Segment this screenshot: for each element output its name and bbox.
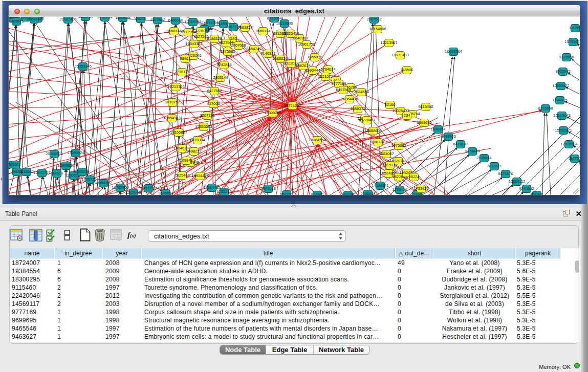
svg-text:6794024: 6794024	[320, 67, 335, 72]
svg-text:1232344: 1232344	[216, 189, 231, 194]
svg-text:16543382: 16543382	[185, 41, 202, 46]
svg-text:9245652: 9245652	[158, 191, 173, 195]
svg-text:18640910: 18640910	[291, 36, 308, 40]
svg-text:18807249: 18807249	[369, 140, 386, 144]
svg-text:95061: 95061	[10, 162, 21, 167]
svg-text:9245652: 9245652	[519, 186, 534, 191]
svg-text:9130264: 9130264	[97, 17, 112, 19]
svg-text:7986372: 7986372	[350, 106, 365, 111]
svg-text:1861734: 1861734	[78, 17, 93, 19]
svg-text:3024554: 3024554	[354, 90, 368, 94]
svg-text:3267130: 3267130	[200, 113, 214, 118]
svg-text:3875685: 3875685	[220, 49, 235, 54]
svg-text:15276: 15276	[136, 17, 146, 21]
svg-text:1115682: 1115682	[19, 169, 34, 174]
svg-text:15720407: 15720407	[358, 118, 375, 122]
svg-text:748500: 748500	[400, 68, 413, 72]
svg-text:12093822: 12093822	[552, 83, 569, 88]
svg-text:1588520: 1588520	[272, 56, 287, 61]
svg-text:19218506: 19218506	[276, 21, 293, 26]
svg-text:5905135: 5905135	[74, 169, 89, 174]
svg-text:1975692: 1975692	[391, 143, 406, 148]
svg-text:19384554: 19384554	[309, 138, 325, 142]
svg-text:8215958: 8215958	[538, 106, 553, 111]
svg-text:13226058: 13226058	[192, 29, 209, 33]
svg-text:3498222: 3498222	[186, 149, 201, 154]
svg-text:9329966: 9329966	[559, 55, 574, 59]
svg-text:19654943: 19654943	[163, 116, 180, 120]
svg-text:1010752: 1010752	[165, 100, 180, 104]
svg-text:1733426: 1733426	[413, 186, 428, 191]
svg-text:62160: 62160	[385, 102, 396, 107]
svg-text:8813054: 8813054	[267, 17, 281, 20]
svg-text:25224: 25224	[409, 174, 420, 179]
svg-text:16210643: 16210643	[553, 113, 570, 118]
svg-text:1615132: 1615132	[382, 163, 397, 167]
svg-text:10654112: 10654112	[509, 179, 526, 184]
svg-text:10973493: 10973493	[391, 53, 408, 57]
svg-text:12213967: 12213967	[380, 40, 397, 45]
svg-text:8427552: 8427552	[207, 89, 222, 93]
svg-text:10719155: 10719155	[184, 19, 201, 24]
svg-text:1405571: 1405571	[9, 19, 24, 24]
svg-text:19166827: 19166827	[170, 130, 187, 135]
svg-text:7663822: 7663822	[237, 25, 252, 30]
svg-text:114519: 114519	[51, 171, 63, 176]
svg-text:6497568: 6497568	[336, 87, 351, 92]
svg-text:20206505: 20206505	[46, 151, 62, 156]
svg-text:10975857: 10975857	[57, 163, 74, 168]
svg-text:14136141: 14136141	[372, 183, 388, 188]
svg-text:2803144: 2803144	[213, 75, 228, 80]
svg-text:2136443: 2136443	[360, 191, 375, 195]
svg-text:824562: 824562	[311, 192, 323, 195]
svg-text:9457791: 9457791	[141, 186, 156, 190]
svg-text:6479197: 6479197	[453, 142, 468, 146]
svg-text:7625402: 7625402	[175, 173, 189, 178]
svg-text:20691406: 20691406	[59, 17, 76, 21]
svg-text:12942757: 12942757	[33, 170, 50, 175]
svg-text:1571648: 1571648	[260, 186, 275, 191]
svg-text:9146821: 9146821	[260, 51, 275, 56]
svg-text:9660124: 9660124	[255, 29, 270, 33]
svg-text:6899695: 6899695	[417, 120, 431, 125]
svg-text:9115460: 9115460	[419, 104, 433, 109]
svg-text:1527602: 1527602	[150, 17, 165, 22]
svg-text:15751074: 15751074	[564, 39, 580, 44]
svg-text:10958107: 10958107	[95, 181, 112, 185]
svg-text:9327505: 9327505	[193, 34, 208, 39]
svg-text:109948: 109948	[180, 158, 192, 163]
svg-text:1244415: 1244415	[552, 98, 567, 102]
svg-text:1362615: 1362615	[295, 63, 310, 68]
svg-text:2718126: 2718126	[175, 70, 189, 74]
svg-text:417006: 417006	[207, 101, 220, 106]
svg-text:234: 234	[404, 113, 410, 118]
svg-text:98961: 98961	[180, 56, 191, 61]
svg-text:957791: 957791	[280, 192, 293, 195]
svg-text:10688609: 10688609	[364, 128, 381, 133]
svg-text:26053346: 26053346	[74, 64, 91, 69]
svg-text:1733426: 1733426	[392, 187, 407, 192]
svg-text:111263: 111263	[569, 26, 580, 30]
svg-text:16914479: 16914479	[191, 173, 208, 178]
svg-text:924565: 924565	[530, 192, 543, 195]
svg-text:1053528: 1053528	[115, 17, 130, 20]
svg-text:9660124: 9660124	[166, 29, 181, 33]
svg-text:17359924: 17359924	[67, 150, 84, 155]
svg-text:15353593: 15353593	[195, 124, 212, 129]
svg-text:16782759: 16782759	[112, 185, 128, 190]
svg-text:15692971: 15692971	[555, 128, 572, 133]
svg-text:16961758: 16961758	[298, 42, 315, 47]
svg-text:8471676: 8471676	[498, 171, 513, 176]
svg-text:16648784: 16648784	[445, 49, 462, 54]
svg-text:18724007: 18724007	[284, 103, 301, 108]
svg-text:9474444: 9474444	[465, 149, 480, 154]
svg-text:16154808: 16154808	[369, 27, 386, 31]
svg-text:7955812: 7955812	[307, 55, 322, 59]
svg-text:20364436: 20364436	[341, 97, 358, 101]
svg-text:2069140: 2069140	[27, 17, 41, 21]
svg-text:1621072: 1621072	[318, 74, 333, 79]
svg-text:6466160: 6466160	[168, 18, 183, 23]
svg-text:9227342: 9227342	[555, 69, 570, 74]
svg-text:17016504: 17016504	[560, 142, 577, 146]
svg-text:2687682: 2687682	[366, 17, 381, 21]
